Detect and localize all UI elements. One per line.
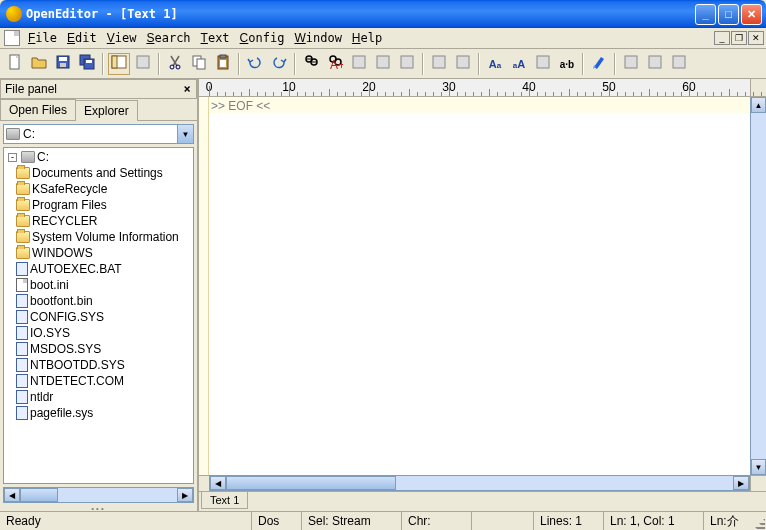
scroll-right-icon[interactable]: ▶ <box>733 476 749 490</box>
tree-item[interactable]: Program Files <box>4 197 193 213</box>
menu-edit[interactable]: Edit <box>63 29 101 47</box>
lowercase-button[interactable]: aA <box>508 53 530 75</box>
find-prev-button[interactable] <box>348 53 370 75</box>
copy-path-button[interactable] <box>132 53 154 75</box>
bookmark-button[interactable] <box>396 53 418 75</box>
tree-item[interactable]: bootfont.bin <box>4 293 193 309</box>
file-panel-tab-open-files[interactable]: Open Files <box>0 99 76 120</box>
indent-right-button[interactable] <box>452 53 474 75</box>
tree-item[interactable]: AUTOEXEC.BAT <box>4 261 193 277</box>
sort-icon <box>535 54 551 73</box>
find-button[interactable] <box>300 53 322 75</box>
menu-view[interactable]: View <box>103 29 141 47</box>
tree-item-label: Program Files <box>32 198 107 212</box>
window-titlebar: OpenEditor - [Text 1] _ □ ✕ <box>0 0 766 28</box>
minimize-button[interactable]: _ <box>695 4 716 25</box>
indent-left-button[interactable] <box>428 53 450 75</box>
tree-item[interactable]: NTBOOTDD.SYS <box>4 357 193 373</box>
mdi-minimize-button[interactable]: _ <box>714 31 730 45</box>
save-all-button[interactable] <box>76 53 98 75</box>
undo-icon <box>247 54 263 73</box>
file-tree-hscrollbar[interactable]: ◀ ▶ <box>3 487 194 503</box>
tree-item[interactable]: ntldr <box>4 389 193 405</box>
scroll-thumb[interactable] <box>20 488 58 502</box>
menu-window[interactable]: Window <box>290 29 345 47</box>
mdi-doc-icon[interactable] <box>4 30 20 46</box>
tree-item[interactable]: KSafeRecycle <box>4 181 193 197</box>
cut-button[interactable] <box>164 53 186 75</box>
tree-item[interactable]: NTDETECT.COM <box>4 373 193 389</box>
resize-grip[interactable] <box>750 512 766 530</box>
mdi-restore-button[interactable]: ❐ <box>731 31 747 45</box>
menu-file[interactable]: File <box>24 29 61 47</box>
tree-item-label: RECYCLER <box>32 214 97 228</box>
status-encoding: Dos <box>252 512 302 530</box>
drive-combobox[interactable]: C: ▼ <box>3 124 194 144</box>
save-all-icon <box>79 54 95 73</box>
tree-item[interactable]: System Volume Information <box>4 229 193 245</box>
document-tabs: Text 1 <box>199 491 766 511</box>
file-tree[interactable]: -C:Documents and SettingsKSafeRecyclePro… <box>3 147 194 484</box>
tool2-button[interactable] <box>644 53 666 75</box>
tree-expander[interactable]: - <box>8 153 17 162</box>
find-next-button[interactable] <box>372 53 394 75</box>
sort-button[interactable] <box>532 53 554 75</box>
undo-button[interactable] <box>244 53 266 75</box>
new-button[interactable] <box>4 53 26 75</box>
redo-button[interactable] <box>268 53 290 75</box>
file-icon <box>16 278 28 292</box>
editor-vscrollbar[interactable]: ▲ ▼ <box>750 97 766 475</box>
uppercase-button[interactable]: Aa <box>484 53 506 75</box>
highlight-button[interactable] <box>588 53 610 75</box>
editor-hscrollbar[interactable]: ◀ ▶ <box>209 475 750 491</box>
status-extra: Ln:介 <box>704 512 750 530</box>
status-ready: Ready <box>0 512 252 530</box>
scroll-left-icon[interactable]: ◀ <box>4 488 20 502</box>
paste-button[interactable] <box>212 53 234 75</box>
tree-item[interactable]: RECYCLER <box>4 213 193 229</box>
menubar: FileEditViewSearchTextConfigWindowHelp _… <box>0 28 766 49</box>
find-icon <box>303 54 319 73</box>
sys-icon <box>16 326 28 340</box>
tree-item[interactable]: WINDOWS <box>4 245 193 261</box>
scroll-thumb[interactable] <box>226 476 396 490</box>
scroll-right-icon[interactable]: ▶ <box>177 488 193 502</box>
menu-config[interactable]: Config <box>236 29 289 47</box>
open-button[interactable] <box>28 53 50 75</box>
toggle-panel-icon <box>111 54 127 73</box>
document-tab[interactable]: Text 1 <box>201 492 248 509</box>
menu-help[interactable]: Help <box>348 29 386 47</box>
scroll-up-icon[interactable]: ▲ <box>751 97 766 113</box>
find-in-files-button[interactable]: A+B <box>324 53 346 75</box>
tool3-button[interactable] <box>668 53 690 75</box>
menu-search[interactable]: Search <box>142 29 194 47</box>
maximize-button[interactable]: □ <box>718 4 739 25</box>
tree-item[interactable]: CONFIG.SYS <box>4 309 193 325</box>
tree-item[interactable]: IO.SYS <box>4 325 193 341</box>
tree-item[interactable]: MSDOS.SYS <box>4 341 193 357</box>
tree-item-label: ntldr <box>30 390 53 404</box>
close-button[interactable]: ✕ <box>741 4 762 25</box>
tree-item[interactable]: boot.ini <box>4 277 193 293</box>
menu-text[interactable]: Text <box>197 29 234 47</box>
drive-dropdown-button[interactable]: ▼ <box>177 125 193 143</box>
status-selection: Sel: Stream <box>302 512 402 530</box>
tree-item[interactable]: pagefile.sys <box>4 405 193 421</box>
save-button[interactable] <box>52 53 74 75</box>
word-button[interactable]: a·b <box>556 53 578 75</box>
sys-icon <box>16 342 28 356</box>
mdi-close-button[interactable]: ✕ <box>748 31 764 45</box>
indent-right-icon <box>455 54 471 73</box>
editor-text-area[interactable]: >> EOF << <box>209 97 750 475</box>
file-panel-title: File panel <box>3 82 180 96</box>
panel-resize-grip[interactable]: ••• <box>0 506 197 511</box>
copy-button[interactable] <box>188 53 210 75</box>
scroll-left-icon[interactable]: ◀ <box>210 476 226 490</box>
tool1-button[interactable] <box>620 53 642 75</box>
scroll-down-icon[interactable]: ▼ <box>751 459 766 475</box>
file-panel-tab-explorer[interactable]: Explorer <box>75 100 138 121</box>
tree-item[interactable]: Documents and Settings <box>4 165 193 181</box>
file-panel-close-button[interactable]: × <box>180 82 194 96</box>
tree-item[interactable]: -C: <box>4 149 193 165</box>
toggle-panel-button[interactable] <box>108 53 130 75</box>
